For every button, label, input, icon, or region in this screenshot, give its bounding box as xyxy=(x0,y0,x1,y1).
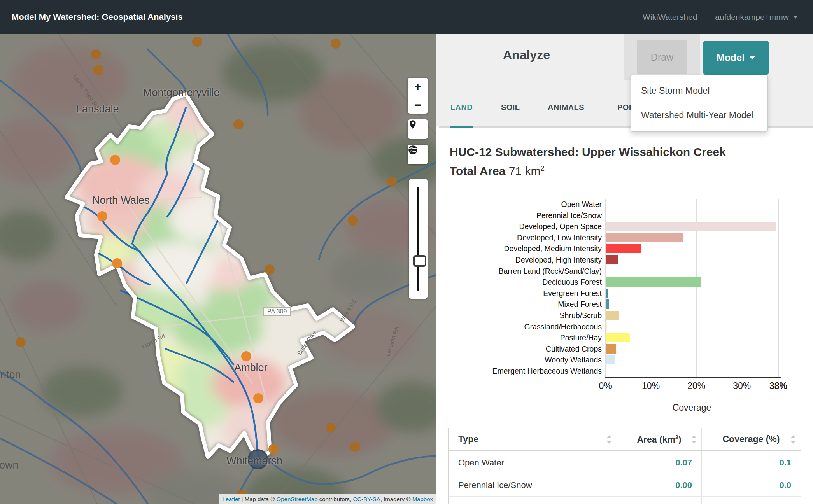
chart-bar xyxy=(606,244,641,253)
chart-row: Developed, High Intensity xyxy=(436,254,798,265)
chart-bar xyxy=(606,233,683,242)
table-cell-coverage: 0.0 xyxy=(702,474,801,496)
chart-bar xyxy=(606,222,776,231)
chart-category-label: Pasture/Hay xyxy=(436,333,602,342)
chart-tick-label: 10% xyxy=(642,381,660,391)
basemap-globe-button[interactable] xyxy=(408,145,428,164)
zoom-in-button[interactable]: + xyxy=(408,78,428,96)
draw-button-group: Draw xyxy=(624,34,700,80)
osm-link[interactable]: OpenStreetMap xyxy=(277,496,318,502)
chart-category-label: Developed, High Intensity xyxy=(436,256,602,264)
table-header-area[interactable]: Area (km2) xyxy=(617,428,702,450)
chart-category-label: Developed, Low Intensity xyxy=(436,233,602,242)
chart-tick-label: 0% xyxy=(599,381,612,391)
chart-row: Perennial Ice/Snow xyxy=(436,210,798,221)
chart-category-label: Shrub/Scrub xyxy=(436,311,602,320)
chart-row: Shrub/Scrub xyxy=(436,310,798,321)
map-label-town-partial: own xyxy=(0,459,19,471)
chart-row: Deciduous Forest xyxy=(436,276,798,287)
chart-category-label: Woody Wetlands xyxy=(436,355,602,364)
chart-tick-label: 20% xyxy=(687,381,705,391)
tab-soil[interactable]: SOIL xyxy=(501,103,520,112)
menu-item-site-storm-model[interactable]: Site Storm Model xyxy=(631,79,767,103)
chart-bar xyxy=(606,289,608,298)
table-row: Developed, Open Space26.6737.5 xyxy=(449,496,801,504)
chart-bar xyxy=(606,266,606,276)
table-header-Type[interactable]: Type xyxy=(449,428,617,450)
sort-icon[interactable] xyxy=(691,435,697,444)
model-dropdown-menu: Site Storm Model Watershed Multi-Year Mo… xyxy=(631,75,768,132)
table-header-row: TypeArea (km2)Coverage (%) xyxy=(449,428,801,451)
land-cover-table: TypeArea (km2)Coverage (%)Open Water0.07… xyxy=(448,428,801,504)
table-header-label: Coverage (%) xyxy=(723,434,780,444)
model-button[interactable]: Model xyxy=(703,41,769,75)
chart-row: Evergreen Forest xyxy=(436,288,798,299)
slider-handle[interactable] xyxy=(413,255,426,267)
total-area-label: Total Area xyxy=(450,164,505,177)
map-label-norriton-partial: rriton xyxy=(0,369,21,381)
chart-row: Developed, Medium Intensity xyxy=(436,243,798,254)
tab-animals[interactable]: ANIMALS xyxy=(548,103,584,112)
chart-row: Barren Land (Rock/Sand/Clay) xyxy=(436,266,798,276)
table-header-label: Area (km2) xyxy=(637,434,681,445)
table-cell-area: 26.67 xyxy=(617,497,702,504)
chart-row: Emergent Herbaceous Wetlands xyxy=(436,366,798,376)
table-header-Coverage (%)[interactable]: Coverage (%) xyxy=(702,428,801,450)
wikiwatershed-link[interactable]: WikiWatershed xyxy=(643,12,697,22)
chart-row: Grassland/Herbaceous xyxy=(436,321,798,332)
app-title: Model My Watershed: Geospatial Analysis xyxy=(12,0,183,34)
sort-icon[interactable] xyxy=(606,435,612,444)
menu-item-watershed-multi-year-model[interactable]: Watershed Multi-Year Model xyxy=(631,103,767,128)
active-tab-underline xyxy=(450,126,473,128)
chart-category-label: Deciduous Forest xyxy=(436,278,602,287)
mapbox-link[interactable]: Mapbox xyxy=(412,496,433,502)
table-header-label: Type xyxy=(458,434,478,444)
sort-icon[interactable] xyxy=(790,435,796,444)
draw-button[interactable]: Draw xyxy=(637,40,687,74)
locate-marker-button[interactable] xyxy=(408,119,428,139)
table-row: Perennial Ice/Snow0.000.0 xyxy=(449,474,801,496)
total-area-sup: 2 xyxy=(540,164,544,172)
user-menu[interactable]: aufdenkampe+mmw xyxy=(715,12,798,22)
chart-row: Mixed Forest xyxy=(436,299,798,310)
chart-category-label: Mixed Forest xyxy=(436,300,602,309)
zoom-out-button[interactable]: − xyxy=(408,96,428,114)
table-cell-type: Perennial Ice/Snow xyxy=(449,474,617,496)
chart-bar xyxy=(606,333,630,342)
table-cell-type: Open Water xyxy=(449,452,617,474)
navbar-right: WikiWatershed aufdenkampe+mmw xyxy=(643,0,798,34)
map-label-ambler: Ambler xyxy=(234,362,268,374)
tab-land[interactable]: LAND xyxy=(450,103,473,112)
leaflet-map[interactable]: Montgomeryville Lansdale North Wales Amb… xyxy=(0,34,436,504)
subwatershed-name: HUC-12 Subwatershed: Upper Wissahickon C… xyxy=(450,144,776,160)
chart-category-label: Developed, Open Space xyxy=(436,222,602,231)
chart-category-label: Evergreen Forest xyxy=(436,289,602,298)
opacity-slider xyxy=(409,179,428,299)
globe-icon xyxy=(408,145,418,155)
attribution-text-2: contributors, xyxy=(318,496,353,502)
chart-category-label: Barren Land (Rock/Sand/Clay) xyxy=(436,267,602,276)
analyze-panel: Analyze Draw Model LAND SOIL ANIMALS POI… xyxy=(436,34,813,504)
chart-row: Woody Wetlands xyxy=(436,354,798,365)
page-title: Analyze xyxy=(503,48,550,62)
leaflet-link[interactable]: Leaflet xyxy=(222,496,240,502)
ccbysa-link[interactable]: CC-BY-SA xyxy=(353,496,380,502)
map-label-montgomeryville: Montgomeryville xyxy=(143,87,220,99)
chart-bar xyxy=(606,211,606,220)
chart-bar xyxy=(606,311,619,320)
caret-down-icon xyxy=(749,56,755,60)
app-window: Model My Watershed: Geospatial Analysis … xyxy=(0,0,813,504)
chart-row: Developed, Open Space xyxy=(436,221,798,232)
chart-bar xyxy=(606,200,606,209)
chart-category-label: Developed, Medium Intensity xyxy=(436,244,602,253)
subwatershed-heading: HUC-12 Subwatershed: Upper Wissahickon C… xyxy=(450,144,776,179)
slider-track[interactable] xyxy=(417,187,419,291)
user-name: aufdenkampe+mmw xyxy=(715,12,789,22)
chart-row: Open Water xyxy=(436,199,798,210)
model-button-label: Model xyxy=(717,52,745,63)
map-label-whitemarsh: Whitemarsh xyxy=(226,455,282,467)
chart-bar xyxy=(606,355,615,364)
chart-bar xyxy=(606,277,701,287)
zoom-control: + − xyxy=(408,78,428,114)
chart-tick-label: 38% xyxy=(769,381,787,391)
